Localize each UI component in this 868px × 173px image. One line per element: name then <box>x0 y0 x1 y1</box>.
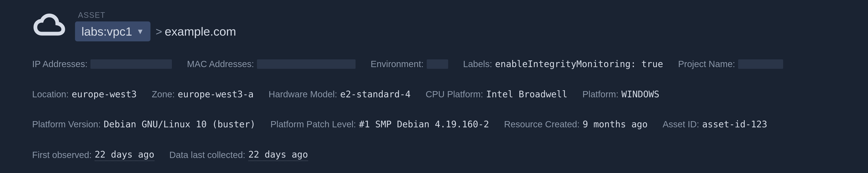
platform-version: Platform Version: Debian GNU/Linux 10 (b… <box>32 119 255 130</box>
title-block: ASSET labs:vpc1 ▼ > example.com <box>75 11 236 41</box>
asset-label: ASSET <box>75 11 236 20</box>
ip-addresses: IP Addresses: <box>32 59 172 70</box>
vpc-badge-dropdown[interactable]: labs:vpc1 ▼ <box>75 22 151 41</box>
cpu-platform-value: Intel Broadwell <box>486 89 567 100</box>
asset-id-value: asset-id-123 <box>702 119 767 130</box>
labels: Labels: enableIntegrityMonitoring: true <box>463 59 663 70</box>
resource-created: Resource Created: 9 months ago <box>504 119 648 130</box>
resource-created-label: Resource Created: <box>504 119 580 130</box>
platform-patch-label: Platform Patch Level: <box>271 119 356 130</box>
location-label: Location: <box>32 89 69 100</box>
project-name-label: Project Name: <box>678 59 735 70</box>
zone: Zone: europe-west3-a <box>152 89 253 100</box>
asset-details: IP Addresses: MAC Addresses: Environment… <box>32 59 836 161</box>
hardware-model-value: e2-standard-4 <box>340 89 411 100</box>
caret-down-icon: ▼ <box>136 27 144 36</box>
project-name-value-redacted <box>738 59 783 69</box>
platform-patch-value: #1 SMP Debian 4.19.160-2 <box>359 119 489 130</box>
asset-id-label: Asset ID: <box>663 119 699 130</box>
first-observed-label: First observed: <box>32 149 92 161</box>
project-name: Project Name: <box>678 59 783 70</box>
resource-created-value: 9 months ago <box>583 119 648 130</box>
environment: Environment: <box>371 59 448 70</box>
location-value: europe-west3 <box>71 89 136 100</box>
environment-value-redacted <box>427 59 448 69</box>
hardware-model-label: Hardware Model: <box>269 89 337 100</box>
location: Location: europe-west3 <box>32 89 137 100</box>
platform-patch: Platform Patch Level: #1 SMP Debian 4.19… <box>271 119 489 130</box>
breadcrumb-arrow: > <box>156 25 162 38</box>
cpu-platform-label: CPU Platform: <box>426 89 483 100</box>
platform-value: WINDOWS <box>622 89 659 100</box>
breadcrumb: > example.com <box>156 24 236 38</box>
first-observed: First observed: 22 days ago <box>32 149 154 161</box>
mac-addresses: MAC Addresses: <box>187 59 355 70</box>
data-last-collected: Data last collected: 22 days ago <box>169 149 308 161</box>
cpu-platform: CPU Platform: Intel Broadwell <box>426 89 567 100</box>
asset-id: Asset ID: asset-id-123 <box>663 119 767 130</box>
labels-value: enableIntegrityMonitoring: true <box>495 59 663 70</box>
labels-label: Labels: <box>463 59 492 70</box>
breadcrumb-domain: example.com <box>165 24 236 38</box>
asset-header: ASSET labs:vpc1 ▼ > example.com <box>32 11 836 41</box>
title-row: labs:vpc1 ▼ > example.com <box>75 22 236 41</box>
environment-label: Environment: <box>371 59 424 70</box>
zone-label: Zone: <box>152 89 175 100</box>
vpc-badge-text: labs:vpc1 <box>82 24 132 38</box>
platform-label: Platform: <box>583 89 619 100</box>
cloud-icon <box>32 12 66 40</box>
platform: Platform: WINDOWS <box>583 89 659 100</box>
asset-panel: ASSET labs:vpc1 ▼ > example.com IP Addre… <box>0 0 868 173</box>
mac-addresses-value-redacted <box>257 59 355 69</box>
data-last-collected-value[interactable]: 22 days ago <box>248 149 308 161</box>
ip-addresses-label: IP Addresses: <box>32 59 88 70</box>
first-observed-value[interactable]: 22 days ago <box>95 149 154 161</box>
zone-value: europe-west3-a <box>178 89 253 100</box>
hardware-model: Hardware Model: e2-standard-4 <box>269 89 411 100</box>
platform-version-value: Debian GNU/Linux 10 (buster) <box>104 119 255 130</box>
ip-addresses-value-redacted <box>90 59 172 69</box>
mac-addresses-label: MAC Addresses: <box>187 59 254 70</box>
data-last-collected-label: Data last collected: <box>169 149 245 161</box>
platform-version-label: Platform Version: <box>32 119 101 130</box>
